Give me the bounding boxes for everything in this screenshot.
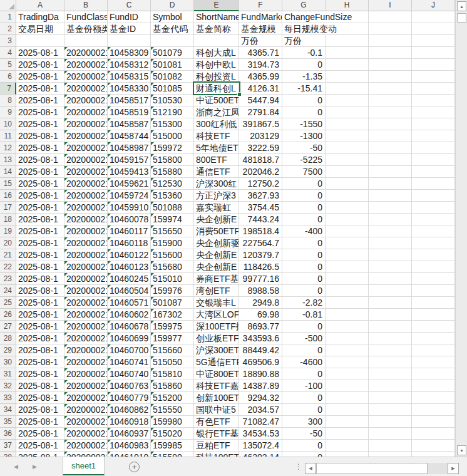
cell-J3[interactable]: [412, 35, 455, 47]
cell-B15[interactable]: 202000021: [64, 178, 108, 190]
cell-A38[interactable]: 2025-08-1: [16, 452, 64, 457]
cell-F26[interactable]: 69.98: [239, 309, 282, 321]
cell-H36[interactable]: [326, 428, 369, 440]
cell-G1[interactable]: ChangeFundSize: [282, 11, 326, 23]
cell-D14[interactable]: 515880: [151, 166, 194, 178]
cell-G28[interactable]: -500: [282, 333, 326, 344]
cell-H12[interactable]: [326, 142, 369, 154]
cell-A19[interactable]: 2025-08-1: [16, 225, 64, 237]
cell-F12[interactable]: 3222.59: [239, 142, 282, 154]
cell-H19[interactable]: [326, 225, 369, 237]
cell-H24[interactable]: [326, 285, 369, 297]
row-header-26[interactable]: 26: [0, 309, 16, 321]
cell-F31[interactable]: 18890.88: [239, 368, 282, 380]
cell-J28[interactable]: [412, 333, 455, 344]
cell-D11[interactable]: 515000: [151, 130, 194, 142]
cell-A15[interactable]: 2025-08-1: [16, 178, 64, 190]
cell-E10[interactable]: 300红利低: [194, 118, 239, 130]
cell-C8[interactable]: 10458517: [108, 95, 151, 106]
cell-A10[interactable]: 2025-08-1: [16, 118, 64, 130]
cell-H3[interactable]: [326, 35, 369, 47]
cell-G17[interactable]: 0: [282, 202, 326, 214]
cell-H9[interactable]: [326, 106, 369, 118]
cell-H7[interactable]: [326, 83, 369, 95]
cell-I37[interactable]: [369, 440, 412, 452]
cell-C24[interactable]: 10460504: [108, 285, 151, 297]
cell-C28[interactable]: 10460699: [108, 333, 151, 344]
cell-F10[interactable]: 391867.5: [239, 118, 282, 130]
cell-E6[interactable]: 科创投资L: [194, 71, 239, 83]
cell-F38[interactable]: 46202.14: [239, 452, 282, 457]
cell-H29[interactable]: [326, 344, 369, 356]
cell-D37[interactable]: 159985: [151, 440, 194, 452]
cell-G29[interactable]: 0: [282, 344, 326, 356]
row-header-23[interactable]: 23: [0, 273, 16, 285]
cell-F1[interactable]: FundMarke: [239, 11, 282, 23]
cell-B36[interactable]: 202000021: [64, 428, 108, 440]
cell-J6[interactable]: [412, 71, 455, 83]
cell-I28[interactable]: [369, 333, 412, 344]
cell-I30[interactable]: [369, 356, 412, 368]
cell-I6[interactable]: [369, 71, 412, 83]
cell-D21[interactable]: 515600: [151, 249, 194, 261]
cell-J20[interactable]: [412, 237, 455, 249]
cell-A7[interactable]: 2025-08-1: [16, 83, 64, 95]
cell-G34[interactable]: 0: [282, 404, 326, 416]
cell-D32[interactable]: 515860: [151, 380, 194, 392]
cell-I11[interactable]: [369, 130, 412, 142]
cell-E16[interactable]: 方正沪深3: [194, 190, 239, 202]
row-header-6[interactable]: 6: [0, 71, 16, 83]
cell-E36[interactable]: 银行ETF基: [194, 428, 239, 440]
cell-I33[interactable]: [369, 392, 412, 404]
cell-B4[interactable]: 202000021: [64, 47, 108, 59]
cell-H25[interactable]: [326, 297, 369, 309]
cell-D30[interactable]: 515050: [151, 356, 194, 368]
cell-D2[interactable]: 基金代码: [151, 23, 194, 35]
cell-F36[interactable]: 34534.53: [239, 428, 282, 440]
cell-B14[interactable]: 202000021: [64, 166, 108, 178]
scroll-right-icon[interactable]: ▶: [448, 463, 459, 474]
vertical-scrollbar[interactable]: ▲ ▼: [455, 0, 467, 457]
cell-G23[interactable]: 0: [282, 273, 326, 285]
cell-J2[interactable]: [412, 23, 455, 35]
cell-J13[interactable]: [412, 154, 455, 166]
cell-D8[interactable]: 510530: [151, 95, 194, 106]
cell-B24[interactable]: 202000021: [64, 285, 108, 297]
cell-G10[interactable]: -1550: [282, 118, 326, 130]
cell-F4[interactable]: 4365.71: [239, 47, 282, 59]
cell-J11[interactable]: [412, 130, 455, 142]
cell-J25[interactable]: [412, 297, 455, 309]
cell-C5[interactable]: 10458312: [108, 59, 151, 71]
cell-D5[interactable]: 501081: [151, 59, 194, 71]
cell-I18[interactable]: [369, 214, 412, 225]
cell-C18[interactable]: 10460078: [108, 214, 151, 225]
cell-E30[interactable]: 5G通信ETF: [194, 356, 239, 368]
cell-D23[interactable]: 515010: [151, 273, 194, 285]
cell-C35[interactable]: 10460918: [108, 416, 151, 428]
cell-H18[interactable]: [326, 214, 369, 225]
row-header-9[interactable]: 9: [0, 106, 16, 118]
cell-I8[interactable]: [369, 95, 412, 106]
column-header-D[interactable]: D: [151, 0, 194, 11]
cell-F3[interactable]: 万份: [239, 35, 282, 47]
cell-J12[interactable]: [412, 142, 455, 154]
cell-G33[interactable]: 0: [282, 392, 326, 404]
cell-E4[interactable]: 科创大成L: [194, 47, 239, 59]
cell-G19[interactable]: -400: [282, 225, 326, 237]
cell-H26[interactable]: [326, 309, 369, 321]
cell-C6[interactable]: 10458315: [108, 71, 151, 83]
cell-J18[interactable]: [412, 214, 455, 225]
column-header-B[interactable]: B: [64, 0, 108, 11]
scroll-left-icon[interactable]: ◀: [305, 463, 316, 474]
sheet-tab-active[interactable]: sheet1: [63, 457, 105, 475]
cell-J21[interactable]: [412, 249, 455, 261]
cell-F28[interactable]: 343593.6: [239, 333, 282, 344]
cell-C27[interactable]: 10460678: [108, 321, 151, 333]
cell-I23[interactable]: [369, 273, 412, 285]
row-header-27[interactable]: 27: [0, 321, 16, 333]
cell-A11[interactable]: 2025-08-1: [16, 130, 64, 142]
cell-E12[interactable]: 5年地债ET: [194, 142, 239, 154]
row-header-38[interactable]: 38: [0, 452, 16, 457]
column-header-G[interactable]: G: [282, 0, 326, 11]
row-header-7[interactable]: 7: [0, 83, 16, 95]
